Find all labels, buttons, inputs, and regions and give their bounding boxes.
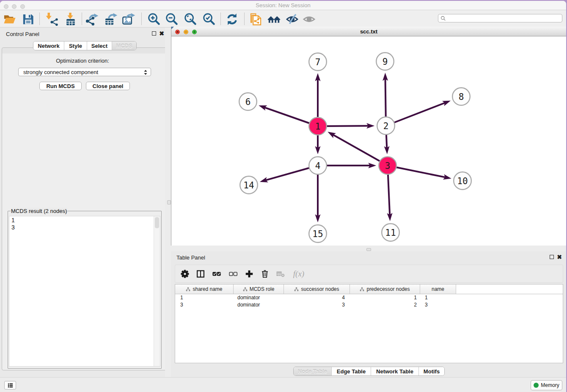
copy-share-icon	[249, 13, 262, 26]
graph-node-8[interactable]: 8	[452, 88, 470, 105]
table-cell[interactable]: 3	[420, 301, 456, 309]
table-settings-button[interactable]	[179, 268, 191, 280]
column-header-shared-name[interactable]: shared name	[175, 284, 234, 294]
graph-node-3[interactable]: 3	[379, 157, 396, 174]
app-window: Session: New Session Control Panel ✖ Net…	[0, 1, 566, 392]
refresh-icon	[226, 13, 239, 26]
table-cell[interactable]: 1	[420, 294, 456, 301]
graph-node-11[interactable]: 11	[382, 224, 399, 241]
table-columns-button[interactable]	[194, 268, 207, 280]
close-panel-icon[interactable]: ✖	[159, 30, 165, 36]
graph-node-10[interactable]: 10	[454, 172, 471, 190]
open-session-button[interactable]	[2, 12, 17, 26]
table-delete-icon	[276, 269, 285, 279]
optimization-criterion-select[interactable]: strongly connected component	[18, 68, 151, 76]
tab-select[interactable]: Select	[87, 41, 112, 50]
control-panel-title: Control Panel	[6, 31, 39, 37]
refresh-view-button[interactable]	[224, 12, 239, 26]
search-input[interactable]	[448, 15, 560, 22]
export-network-button[interactable]	[84, 12, 99, 26]
column-header-successor-nodes[interactable]: successor nodes	[284, 284, 350, 294]
criterion-value: strongly connected component	[23, 69, 98, 75]
node-label: 4	[315, 161, 321, 171]
network-frame-title: scc.txt	[171, 28, 566, 35]
column-header-MCDS-role[interactable]: MCDS role	[234, 284, 284, 294]
node-label: 10	[457, 176, 468, 186]
save-session-button[interactable]	[20, 12, 36, 26]
table-tab-network-table[interactable]: Network Table	[371, 367, 419, 375]
graph-node-15[interactable]: 15	[309, 225, 327, 243]
zoom-in-button[interactable]	[146, 12, 161, 26]
vertical-split-divider[interactable]	[165, 28, 171, 377]
table-cell[interactable]: 1	[350, 294, 420, 301]
select-all-rows-button[interactable]	[210, 268, 223, 280]
network-canvas[interactable]: 7968124314101511	[171, 36, 566, 246]
import-network-button[interactable]	[44, 12, 59, 26]
trash-icon	[260, 269, 270, 279]
hide-selected-button[interactable]	[284, 12, 300, 26]
table-cell[interactable]: 4	[284, 294, 350, 301]
table-cell[interactable]: 3	[284, 301, 350, 309]
table-cell[interactable]: 2	[350, 301, 420, 309]
graph-node-14[interactable]: 14	[240, 176, 258, 194]
table-row[interactable]: 3dominator323	[175, 301, 563, 309]
result-scrollbar[interactable]	[154, 216, 160, 366]
close-panel-button[interactable]: Close panel	[86, 82, 130, 90]
graph-node-7[interactable]: 7	[309, 53, 327, 71]
result-item: 3	[11, 224, 160, 231]
graph-node-4[interactable]: 4	[309, 157, 327, 174]
graph-node-1[interactable]: 1	[309, 117, 327, 135]
graph-node-2[interactable]: 2	[377, 117, 395, 135]
delete-column-button[interactable]	[259, 268, 271, 280]
plus-icon	[245, 269, 254, 279]
horizontal-split-divider[interactable]	[171, 246, 566, 251]
float-panel-icon[interactable]	[152, 31, 156, 36]
mcds-result-list[interactable]: 13	[9, 216, 160, 367]
gear-icon	[180, 269, 190, 279]
tab-mcds[interactable]: MCDS	[112, 41, 136, 50]
vertical-split-handle[interactable]	[167, 200, 171, 204]
add-column-button[interactable]	[243, 268, 256, 280]
result-item: 1	[11, 217, 160, 224]
graph-node-9[interactable]: 9	[376, 52, 394, 70]
tab-network[interactable]: Network	[33, 41, 64, 50]
close-table-panel-icon[interactable]: ✖	[556, 254, 562, 260]
horizontal-split-handle[interactable]	[366, 248, 371, 251]
column-header-name[interactable]: name	[420, 284, 456, 294]
network-frame: ✕ − + scc.txt 7968124314101511	[171, 27, 566, 246]
result-scrollbar-thumb[interactable]	[155, 217, 159, 228]
run-mcds-button[interactable]: Run MCDS	[39, 82, 82, 90]
zoom-fit-button[interactable]	[182, 12, 198, 26]
export-image-button[interactable]	[121, 12, 136, 26]
toolbar-separator	[244, 13, 245, 25]
import-table-button[interactable]	[63, 12, 78, 26]
table-tab-motifs[interactable]: Motifs	[419, 367, 444, 375]
export-table-button[interactable]	[103, 12, 118, 26]
zoom-selected-button[interactable]	[201, 12, 216, 26]
table-cell[interactable]: dominator	[234, 301, 284, 309]
zoom-out-button[interactable]	[164, 12, 179, 26]
graph-edge-3-1[interactable]	[333, 135, 388, 166]
memory-button[interactable]: Memory	[531, 380, 562, 390]
table-tab-edge-table[interactable]: Edge Table	[332, 367, 371, 375]
table-cell[interactable]: 3	[175, 301, 234, 309]
zoom-out-icon	[165, 13, 178, 26]
graph-edge-2-8[interactable]	[386, 103, 445, 126]
network-canvas-svg: 7968124314101511	[171, 36, 566, 246]
check-boxes-icon	[212, 269, 221, 279]
column-header-predecessor-nodes[interactable]: predecessor nodes	[350, 284, 420, 294]
node-label: 11	[385, 228, 396, 238]
show-selected-button	[301, 12, 317, 26]
tab-style[interactable]: Style	[64, 41, 87, 50]
table-row[interactable]: 1dominator411	[175, 294, 563, 301]
float-table-panel-icon[interactable]	[550, 255, 554, 259]
home-view-button[interactable]	[266, 12, 281, 26]
task-history-button[interactable]	[4, 381, 16, 389]
table-cell[interactable]: dominator	[234, 294, 284, 301]
optimization-label: Optimization criterion:	[0, 58, 165, 64]
deselect-all-rows-button[interactable]	[227, 268, 239, 280]
table-tab-node-table[interactable]: Node Table	[294, 367, 332, 375]
clone-network-button[interactable]	[248, 12, 263, 26]
table-cell[interactable]: 1	[175, 294, 234, 301]
graph-node-6[interactable]: 6	[239, 93, 257, 110]
